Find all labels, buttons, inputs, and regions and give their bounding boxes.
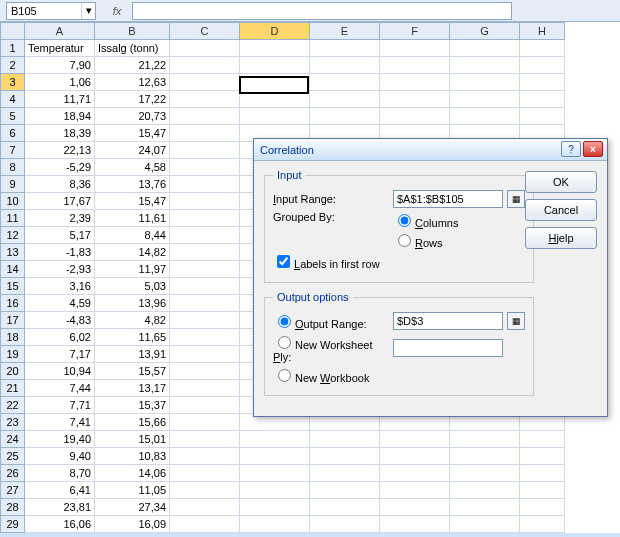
cell-C26[interactable] <box>170 465 240 482</box>
cell-B3[interactable]: 12,63 <box>95 74 170 91</box>
cell-D25[interactable] <box>240 448 310 465</box>
cell-G1[interactable] <box>450 40 520 57</box>
cell-B2[interactable]: 21,22 <box>95 57 170 74</box>
row-header-25[interactable]: 25 <box>1 448 25 465</box>
cell-E4[interactable] <box>310 91 380 108</box>
cell-B15[interactable]: 5,03 <box>95 278 170 295</box>
cell-C1[interactable] <box>170 40 240 57</box>
fx-icon[interactable]: fx <box>108 2 126 20</box>
cell-C20[interactable] <box>170 363 240 380</box>
cancel-button[interactable]: Cancel <box>525 199 597 221</box>
cell-C12[interactable] <box>170 227 240 244</box>
row-header-12[interactable]: 12 <box>1 227 25 244</box>
col-header-B[interactable]: B <box>95 23 170 40</box>
cell-C27[interactable] <box>170 482 240 499</box>
cell-C15[interactable] <box>170 278 240 295</box>
cell-G29[interactable] <box>450 516 520 533</box>
cell-B26[interactable]: 14,06 <box>95 465 170 482</box>
cell-A10[interactable]: 17,67 <box>25 193 95 210</box>
row-header-2[interactable]: 2 <box>1 57 25 74</box>
cell-B21[interactable]: 13,17 <box>95 380 170 397</box>
cell-E27[interactable] <box>310 482 380 499</box>
cell-B18[interactable]: 11,65 <box>95 329 170 346</box>
cell-A12[interactable]: 5,17 <box>25 227 95 244</box>
cell-B4[interactable]: 17,22 <box>95 91 170 108</box>
output-range-radio[interactable]: Output Range: <box>273 312 393 330</box>
cell-A20[interactable]: 10,94 <box>25 363 95 380</box>
cell-C3[interactable] <box>170 74 240 91</box>
row-header-8[interactable]: 8 <box>1 159 25 176</box>
cell-E28[interactable] <box>310 499 380 516</box>
cell-B28[interactable]: 27,34 <box>95 499 170 516</box>
cell-C13[interactable] <box>170 244 240 261</box>
dialog-help-button[interactable]: ? <box>561 141 581 157</box>
cell-H25[interactable] <box>520 448 565 465</box>
cell-H27[interactable] <box>520 482 565 499</box>
cell-B16[interactable]: 13,96 <box>95 295 170 312</box>
cell-B14[interactable]: 11,97 <box>95 261 170 278</box>
cell-A3[interactable]: 1,06 <box>25 74 95 91</box>
cell-A7[interactable]: 22,13 <box>25 142 95 159</box>
cell-E25[interactable] <box>310 448 380 465</box>
cell-A13[interactable]: -1,83 <box>25 244 95 261</box>
cell-B13[interactable]: 14,82 <box>95 244 170 261</box>
cell-C23[interactable] <box>170 414 240 431</box>
cell-C14[interactable] <box>170 261 240 278</box>
row-header-22[interactable]: 22 <box>1 397 25 414</box>
cell-F29[interactable] <box>380 516 450 533</box>
formula-input[interactable] <box>132 2 512 20</box>
cell-D2[interactable] <box>240 57 310 74</box>
cell-A22[interactable]: 7,71 <box>25 397 95 414</box>
cell-B29[interactable]: 16,09 <box>95 516 170 533</box>
cell-C21[interactable] <box>170 380 240 397</box>
cell-A26[interactable]: 8,70 <box>25 465 95 482</box>
cell-G26[interactable] <box>450 465 520 482</box>
row-header-28[interactable]: 28 <box>1 499 25 516</box>
col-header-C[interactable]: C <box>170 23 240 40</box>
cell-A14[interactable]: -2,93 <box>25 261 95 278</box>
cell-H2[interactable] <box>520 57 565 74</box>
cell-F2[interactable] <box>380 57 450 74</box>
cell-A27[interactable]: 6,41 <box>25 482 95 499</box>
col-header-H[interactable]: H <box>520 23 565 40</box>
new-worksheet-field[interactable] <box>393 339 503 357</box>
cell-G5[interactable] <box>450 108 520 125</box>
cell-G25[interactable] <box>450 448 520 465</box>
cell-G27[interactable] <box>450 482 520 499</box>
cell-H26[interactable] <box>520 465 565 482</box>
cell-B23[interactable]: 15,66 <box>95 414 170 431</box>
cell-A4[interactable]: 11,71 <box>25 91 95 108</box>
row-header-23[interactable]: 23 <box>1 414 25 431</box>
cell-C5[interactable] <box>170 108 240 125</box>
cell-B11[interactable]: 11,61 <box>95 210 170 227</box>
cell-F4[interactable] <box>380 91 450 108</box>
cell-F27[interactable] <box>380 482 450 499</box>
cell-E29[interactable] <box>310 516 380 533</box>
cell-F28[interactable] <box>380 499 450 516</box>
row-header-19[interactable]: 19 <box>1 346 25 363</box>
cell-A11[interactable]: 2,39 <box>25 210 95 227</box>
row-header-4[interactable]: 4 <box>1 91 25 108</box>
cell-C10[interactable] <box>170 193 240 210</box>
cell-F5[interactable] <box>380 108 450 125</box>
cell-F1[interactable] <box>380 40 450 57</box>
cell-A16[interactable]: 4,59 <box>25 295 95 312</box>
grouped-columns-radio[interactable]: Columns <box>393 211 458 229</box>
select-all-corner[interactable] <box>1 23 25 40</box>
col-header-G[interactable]: G <box>450 23 520 40</box>
name-box[interactable]: B105 ▾ <box>6 2 96 20</box>
cell-G3[interactable] <box>450 74 520 91</box>
cell-A21[interactable]: 7,44 <box>25 380 95 397</box>
cell-B17[interactable]: 4,82 <box>95 312 170 329</box>
cell-G2[interactable] <box>450 57 520 74</box>
cell-A29[interactable]: 16,06 <box>25 516 95 533</box>
cell-B9[interactable]: 13,76 <box>95 176 170 193</box>
cell-B19[interactable]: 13,91 <box>95 346 170 363</box>
cell-H24[interactable] <box>520 431 565 448</box>
cell-G24[interactable] <box>450 431 520 448</box>
cell-B12[interactable]: 8,44 <box>95 227 170 244</box>
cell-C28[interactable] <box>170 499 240 516</box>
cell-H5[interactable] <box>520 108 565 125</box>
cell-C16[interactable] <box>170 295 240 312</box>
cell-B6[interactable]: 15,47 <box>95 125 170 142</box>
